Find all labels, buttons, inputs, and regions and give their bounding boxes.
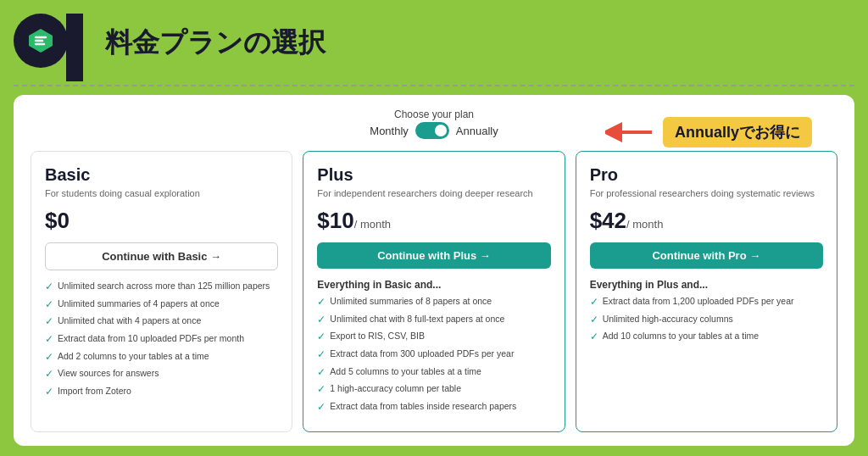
list-item: ✓Add 5 columns to your tables at a time	[317, 366, 550, 380]
red-arrow-icon	[605, 120, 656, 145]
list-item: ✓View sources for answers	[45, 368, 278, 381]
plan-card-pro: Pro For professional researchers doing s…	[576, 151, 837, 432]
list-item: ✓Unlimited chat with 4 papers at once	[45, 315, 278, 329]
toggle-knob	[435, 125, 447, 136]
check-icon: ✓	[45, 315, 53, 329]
list-item: ✓Add 2 columns to your tables at a time	[45, 351, 278, 364]
plus-plan-button[interactable]: Continue with Plus →	[317, 242, 550, 269]
toggle-switch[interactable]	[415, 122, 449, 139]
check-icon: ✓	[45, 386, 53, 399]
annually-label: Annually	[456, 125, 498, 137]
pro-plan-button[interactable]: Continue with Pro →	[590, 242, 823, 269]
check-icon: ✓	[317, 366, 326, 380]
monthly-label: Monthly	[370, 125, 409, 137]
check-icon: ✓	[590, 296, 598, 309]
toggle-section: Choose your plan Monthly Annually	[370, 108, 498, 139]
basic-plan-description: For students doing casual exploration	[45, 187, 278, 199]
list-item: ✓Extract data from 1,200 uploaded PDFs p…	[590, 296, 823, 309]
list-item: ✓Unlimited high-accuracy columns	[590, 314, 823, 327]
plus-features-header: Everything in Basic and...	[317, 279, 550, 291]
pro-feature-list: ✓Extract data from 1,200 uploaded PDFs p…	[590, 296, 823, 344]
main-container: 料金プランの選択 Choose your plan Monthly Annual…	[0, 0, 868, 456]
pro-features-header: Everything in Plus and...	[590, 279, 823, 291]
annotation-box: Annuallyでお得に	[663, 117, 812, 147]
header: 料金プランの選択	[14, 14, 854, 73]
list-item: ✓Extract data from 300 uploaded PDFs per…	[317, 348, 550, 362]
plan-toggle-row: Choose your plan Monthly Annually	[31, 108, 837, 139]
check-icon: ✓	[317, 348, 326, 362]
pro-plan-price: $42/ month	[590, 208, 823, 234]
check-icon: ✓	[317, 401, 326, 414]
list-item: ✓Import from Zotero	[45, 386, 278, 399]
check-icon: ✓	[45, 368, 53, 381]
check-icon: ✓	[45, 281, 53, 294]
list-item: ✓1 high-accuracy column per table	[317, 383, 550, 397]
basic-plan-name: Basic	[45, 165, 278, 185]
list-item: ✓Add 10 columns to your tables at a time	[590, 331, 823, 344]
annotation-section: Annuallyでお得に	[605, 117, 812, 147]
list-item: ✓Unlimited search across more than 125 m…	[45, 281, 278, 294]
ribbon-decoration	[66, 14, 83, 81]
check-icon: ✓	[317, 383, 326, 397]
check-icon: ✓	[590, 331, 598, 344]
logo-badge	[14, 14, 68, 68]
list-item: ✓Extract data from 10 uploaded PDFs per …	[45, 333, 278, 347]
check-icon: ✓	[317, 314, 326, 327]
check-icon: ✓	[590, 314, 598, 327]
basic-plan-button[interactable]: Continue with Basic →	[45, 242, 278, 270]
check-icon: ✓	[317, 296, 326, 309]
plus-plan-price: $10/ month	[317, 208, 550, 234]
plan-card-plus: Plus For independent researchers doing d…	[303, 151, 565, 432]
check-icon: ✓	[45, 298, 53, 312]
plans-grid: Basic For students doing casual explorat…	[31, 151, 837, 432]
pro-plan-name: Pro	[590, 165, 823, 185]
basic-feature-list: ✓Unlimited search across more than 125 m…	[45, 281, 278, 398]
check-icon: ✓	[45, 333, 53, 347]
toggle-control[interactable]: Monthly Annually	[370, 122, 498, 139]
check-icon: ✓	[317, 331, 326, 344]
plus-plan-name: Plus	[317, 165, 550, 185]
list-item: ✓Export to RIS, CSV, BIB	[317, 331, 550, 344]
list-item: ✓Unlimited chat with 8 full-text papers …	[317, 314, 550, 327]
list-item: ✓Unlimited summaries of 8 papers at once	[317, 296, 550, 309]
pro-plan-description: For professional researchers doing syste…	[590, 187, 823, 199]
plus-plan-description: For independent researchers doing deeper…	[317, 187, 550, 199]
plus-feature-list: ✓Unlimited summaries of 8 papers at once…	[317, 296, 550, 414]
list-item: ✓Unlimited summaries of 4 papers at once	[45, 298, 278, 312]
basic-plan-price: $0	[45, 208, 278, 234]
plan-card-basic: Basic For students doing casual explorat…	[31, 151, 292, 432]
logo-icon	[25, 25, 56, 56]
choose-plan-label: Choose your plan	[370, 108, 498, 120]
page-title: 料金プランの選択	[105, 25, 326, 62]
list-item: ✓Extract data from tables inside researc…	[317, 401, 550, 414]
section-divider	[14, 85, 854, 86]
card-area: Choose your plan Monthly Annually	[14, 95, 854, 446]
check-icon: ✓	[45, 351, 53, 364]
